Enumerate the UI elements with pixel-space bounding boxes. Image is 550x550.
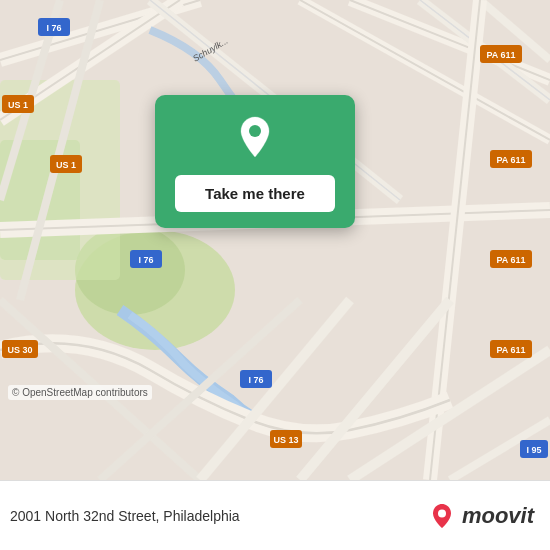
svg-text:I 76: I 76 (46, 23, 61, 33)
moovit-brand-text: moovit (462, 503, 534, 529)
svg-text:I 76: I 76 (248, 375, 263, 385)
copyright-text: © OpenStreetMap contributors (8, 385, 152, 400)
svg-text:I 95: I 95 (526, 445, 541, 455)
svg-text:PA 611: PA 611 (496, 255, 525, 265)
svg-text:US 13: US 13 (273, 435, 298, 445)
svg-text:US 1: US 1 (8, 100, 28, 110)
address-text: 2001 North 32nd Street, Philadelphia (10, 508, 240, 524)
svg-text:US 30: US 30 (7, 345, 32, 355)
bottom-bar: 2001 North 32nd Street, Philadelphia moo… (0, 480, 550, 550)
svg-point-58 (438, 509, 446, 517)
map-background: I 76 US 1 US 1 US 1 PA 611 PA 611 PA 611… (0, 0, 550, 480)
svg-text:US 1: US 1 (56, 160, 76, 170)
location-pin-icon (231, 113, 279, 161)
svg-text:PA 611: PA 611 (496, 345, 525, 355)
svg-point-57 (249, 125, 261, 137)
svg-text:PA 611: PA 611 (496, 155, 525, 165)
svg-text:PA 611: PA 611 (486, 50, 515, 60)
map-container: I 76 US 1 US 1 US 1 PA 611 PA 611 PA 611… (0, 0, 550, 480)
popup-card: Take me there (155, 95, 355, 228)
svg-text:I 76: I 76 (138, 255, 153, 265)
take-me-there-button[interactable]: Take me there (175, 175, 335, 212)
moovit-logo: moovit (428, 502, 534, 530)
moovit-pin-icon (428, 502, 456, 530)
